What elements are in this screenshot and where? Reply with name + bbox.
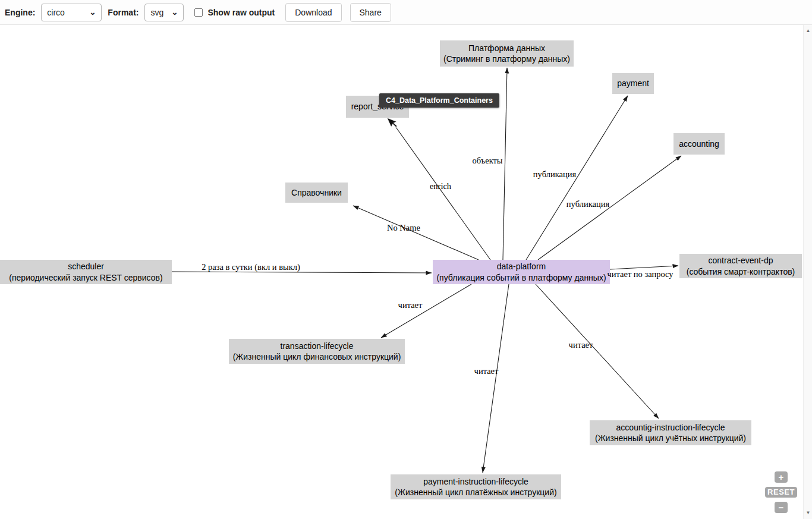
node-accountig-instruction-lifecycle[interactable]: accountig-instruction-lifecycle (Жизненн…: [590, 420, 751, 445]
zoom-out-button[interactable]: −: [775, 502, 788, 513]
zoom-reset-button[interactable]: RESET: [765, 487, 797, 498]
edge-label-publikacia-1: публикация: [533, 169, 576, 180]
node-transaction-lifecycle[interactable]: transaction-lifecycle (Жизненный цикл фи…: [229, 339, 405, 364]
node-payment-instruction-lifecycle[interactable]: payment-instruction-lifecycle (Жизненный…: [391, 474, 561, 499]
edge-label-obekty: объекты: [472, 156, 502, 166]
chevron-down-icon: ⌄: [172, 8, 178, 16]
show-raw-output-checkbox[interactable]: [194, 8, 203, 17]
edge-label-chitaet-1: читает: [398, 300, 423, 310]
share-button[interactable]: Share: [350, 3, 391, 22]
zoom-in-button[interactable]: +: [775, 471, 788, 483]
edge-label-publikacia-2: публикация: [566, 199, 609, 209]
node-payment[interactable]: payment: [612, 73, 654, 94]
download-button[interactable]: Download: [285, 3, 341, 22]
engine-select[interactable]: circo ⌄: [41, 4, 102, 21]
node-contract-event-dp[interactable]: contract-event-dp (события смарт-контрак…: [679, 254, 802, 278]
node-accounting[interactable]: accounting: [673, 133, 725, 155]
format-select-value: svg: [150, 8, 163, 17]
zoom-controls: + RESET −: [763, 471, 799, 513]
edge-label-chitaet-2: читает: [569, 340, 593, 350]
chevron-down-icon: ⌄: [89, 8, 96, 16]
format-select[interactable]: svg ⌄: [144, 4, 184, 21]
hover-tooltip: C4_Data_Platform_Containers: [379, 93, 499, 108]
edge-label-chitaet-3: читает: [474, 366, 499, 376]
edge-label-no-name: No Name: [387, 223, 420, 233]
scrollbar-down-icon[interactable]: ▼: [804, 508, 812, 518]
toolbar: Engine: circo ⌄ Format: svg ⌄ Show raw o…: [0, 0, 812, 25]
engine-label: Engine:: [5, 8, 35, 17]
node-platform-data[interactable]: Платформа данных (Стриминг в платформу д…: [440, 40, 574, 67]
node-scheduler[interactable]: scheduler (периодический запуск REST сер…: [0, 260, 172, 284]
edge-label-2-raza: 2 раза в сутки (вкл и выкл): [202, 262, 300, 272]
node-spravochniki[interactable]: Справочники: [285, 183, 348, 203]
node-data-platform[interactable]: data-platform (публикация событий в плат…: [433, 260, 610, 284]
show-raw-output-label: Show raw output: [207, 8, 275, 17]
format-label: Format:: [108, 8, 139, 17]
edge-label-enrich: enrich: [430, 181, 451, 191]
engine-select-value: circo: [47, 8, 65, 17]
graph-canvas: Платформа данных (Стриминг в платформу д…: [0, 25, 812, 519]
scrollbar-up-icon[interactable]: ▲: [804, 26, 812, 36]
edge-label-chitaet-po-zaprosu: читает по запросу: [607, 269, 673, 279]
vertical-scrollbar[interactable]: ▲ ▼: [803, 25, 812, 519]
